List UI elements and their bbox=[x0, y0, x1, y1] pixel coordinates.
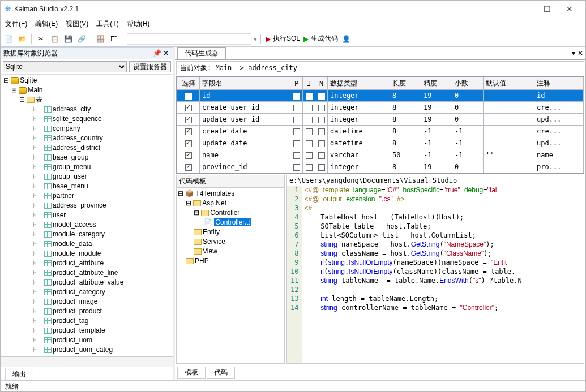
output-tab[interactable]: 输出 bbox=[5, 368, 33, 380]
table-item[interactable]: ⊦address_city bbox=[3, 105, 170, 114]
menu-help[interactable]: 帮助(H) bbox=[127, 19, 150, 29]
person-icon[interactable]: 👤 bbox=[340, 33, 352, 45]
table-row[interactable]: namevarchar50-1-1''name bbox=[177, 149, 584, 161]
code-generator-tab[interactable]: 代码生成器 bbox=[177, 47, 226, 59]
generate-code-button[interactable]: ▶生成代码 bbox=[303, 34, 338, 44]
table-item[interactable]: ⊦product_uom bbox=[3, 335, 170, 345]
table-item[interactable]: ⊦address_province bbox=[3, 201, 170, 210]
table-item[interactable]: ⊦product_attribute bbox=[3, 259, 170, 268]
execute-sql-button[interactable]: ▶执行SQL bbox=[266, 34, 300, 44]
table-item[interactable]: ⊦module_module bbox=[3, 249, 170, 259]
table-row[interactable]: update_user_idinteger8190upd... bbox=[177, 114, 584, 126]
menu-bar: 文件(F) 编辑(E) 视图(V) 工具(T) 帮助(H) bbox=[1, 18, 585, 31]
toolbar: 📄 📂 ✂ 📋 💾 🔗 🪟 🗔 ▾ ▶执行SQL ▶生成代码 👤 bbox=[1, 31, 585, 47]
code-file-path: e:\Users\yangdong\Documents\Visual Studi… bbox=[287, 175, 584, 186]
server-select[interactable]: Sqlite bbox=[3, 61, 127, 72]
table-item[interactable]: ⊦module_category bbox=[3, 230, 170, 239]
table-item[interactable]: ⊦product_attribute_value bbox=[3, 278, 170, 287]
table-item[interactable]: ⊦product_attribute_line bbox=[3, 268, 170, 278]
cut-icon[interactable]: ✂ bbox=[35, 33, 46, 45]
panel-close-icon[interactable]: ✕ bbox=[161, 49, 170, 57]
pin-icon[interactable]: 📌 bbox=[152, 49, 161, 57]
app-icon: ❋ bbox=[5, 5, 11, 13]
toolbar-input[interactable] bbox=[127, 33, 251, 45]
template-tree[interactable]: ⊟ 📦 T4Templates ⊟ Asp.Net ⊟ Controller 📄… bbox=[177, 188, 284, 363]
link-icon[interactable]: 🔗 bbox=[76, 33, 87, 45]
save-icon[interactable]: 💾 bbox=[62, 33, 74, 45]
table-item[interactable]: ⊦product_template bbox=[3, 326, 170, 335]
current-object-label: 当前对象: Main -> address_city bbox=[176, 61, 584, 75]
table-item[interactable]: ⊦user bbox=[3, 210, 170, 220]
table-item[interactable]: ⊦product_uom_categ bbox=[3, 345, 170, 355]
db-tree[interactable]: ⊟ Sqlite⊟ Main⊟ 表⊦address_city⊦sqlite_se… bbox=[2, 75, 172, 356]
table-item[interactable]: ⊦group_user bbox=[3, 172, 170, 182]
tab-code[interactable]: 代码 bbox=[207, 367, 235, 379]
menu-view[interactable]: 视图(V) bbox=[66, 19, 88, 29]
table-item[interactable]: ⊦partner bbox=[3, 191, 170, 201]
close-button[interactable]: ✕ bbox=[558, 5, 581, 14]
maximize-button[interactable]: ☐ bbox=[536, 5, 558, 14]
tab-close-icon[interactable]: ✕ bbox=[578, 49, 583, 57]
minimize-button[interactable]: — bbox=[513, 5, 536, 14]
table-item[interactable]: ⊦group_menu bbox=[3, 162, 170, 172]
tab-dropdown-icon[interactable]: ▾ bbox=[572, 49, 575, 57]
copy-icon[interactable]: 📋 bbox=[49, 33, 60, 45]
set-server-button[interactable]: 设置服务器 bbox=[129, 61, 171, 72]
table-item[interactable]: ⊦base_menu bbox=[3, 182, 170, 191]
tab-template[interactable]: 模板 bbox=[177, 367, 206, 379]
code-editor[interactable]: 1234567891011121314 <#@ template languag… bbox=[287, 186, 584, 363]
table-item[interactable]: ⊦company bbox=[3, 124, 170, 133]
title-bar: ❋ Kalman Studio v2.2.1 — ☐ ✕ bbox=[1, 1, 585, 18]
fields-grid[interactable]: 选择字段名PIN数据类型长度精度小数默认值注释idinteger8190idcr… bbox=[177, 77, 584, 173]
left-scrollbar[interactable] bbox=[1, 356, 173, 367]
table-row[interactable]: province_idinteger8190pro... bbox=[177, 161, 584, 173]
table-item[interactable]: ⊦base_group bbox=[3, 153, 170, 162]
controller-tt-item[interactable]: Controller.tt bbox=[214, 218, 251, 226]
menu-tools[interactable]: 工具(T) bbox=[96, 19, 118, 29]
menu-edit[interactable]: 编辑(E) bbox=[35, 19, 58, 29]
table-item[interactable]: ⊦product_product bbox=[3, 307, 170, 316]
status-bar: 就绪 bbox=[1, 380, 585, 391]
table-row[interactable]: create_datedatetime8-1-1cre... bbox=[177, 126, 584, 137]
overlay-icon[interactable]: 🗔 bbox=[108, 33, 119, 45]
table-row[interactable]: idinteger8190id bbox=[177, 90, 584, 102]
table-item[interactable]: ⊦model_access bbox=[3, 220, 170, 230]
open-folder-icon[interactable]: 📂 bbox=[16, 33, 28, 45]
table-row[interactable]: create_user_idinteger8190cre... bbox=[177, 102, 584, 114]
table-item[interactable]: ⊦address_district bbox=[3, 143, 170, 153]
db-browser-panel: 数据库对象浏览器 📌 ✕ Sqlite 设置服务器 ⊟ Sqlite⊟ Main… bbox=[1, 47, 175, 380]
new-file-icon[interactable]: 📄 bbox=[3, 33, 14, 45]
menu-file[interactable]: 文件(F) bbox=[5, 19, 27, 29]
table-row[interactable]: update_datedatetime8-1-1upd... bbox=[177, 137, 584, 149]
template-box-title: 代码模板 bbox=[177, 175, 284, 188]
table-item[interactable]: ⊦module_data bbox=[3, 239, 170, 249]
table-item[interactable]: ⊦product_image bbox=[3, 297, 170, 307]
table-item[interactable]: ⊦sqlite_sequence bbox=[3, 114, 170, 124]
db-browser-title: 数据库对象浏览器 bbox=[3, 49, 152, 58]
table-item[interactable]: ⊦address_country bbox=[3, 133, 170, 143]
table-item[interactable]: ⊦product_tag bbox=[3, 316, 170, 326]
table-item[interactable]: ⊦product_category bbox=[3, 287, 170, 297]
app-title: Kalman Studio v2.2.1 bbox=[14, 5, 513, 13]
window-icon[interactable]: 🪟 bbox=[95, 33, 106, 45]
